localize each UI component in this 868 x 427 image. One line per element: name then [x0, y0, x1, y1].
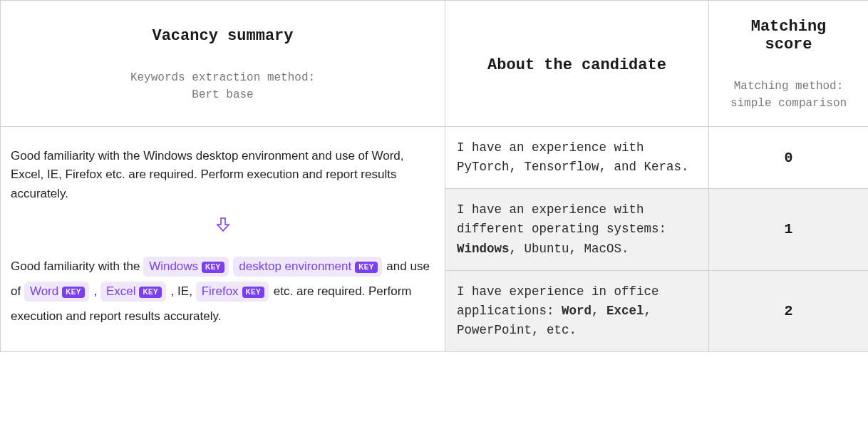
keyword-chip: desktop environmentKEY: [233, 257, 381, 277]
vacancy-cell: Good familiarity with the Windows deskto…: [1, 127, 445, 352]
key-badge: KEY: [355, 262, 377, 273]
key-badge: KEY: [139, 287, 161, 298]
keyword-chip: ExcelKEY: [100, 282, 166, 302]
candidate-cell: I have an experience with different oper…: [445, 189, 709, 270]
header-vacancy-subtitle: Keywords extraction method: Bert base: [12, 69, 433, 103]
candidate-cell: I have an experience with PyTorch, Tenso…: [445, 127, 709, 189]
header-score-subtitle: Matching method: simple comparison: [720, 78, 857, 112]
vacancy-annotated-text: Good familiarity with the WindowsKEY des…: [11, 254, 435, 329]
keyword-chip: WordKEY: [24, 282, 89, 302]
candidate-cell: I have experience in office applications…: [445, 270, 709, 351]
keyword-chip: WindowsKEY: [143, 257, 228, 277]
header-score-title: Matching score: [720, 18, 857, 53]
key-badge: KEY: [242, 287, 264, 298]
score-cell: 1: [709, 189, 869, 270]
header-vacancy-title: Vacancy summary: [12, 27, 433, 45]
score-cell: 2: [709, 270, 869, 351]
key-badge: KEY: [202, 262, 224, 273]
comparison-table: Vacancy summary Keywords extraction meth…: [0, 0, 868, 352]
header-vacancy: Vacancy summary Keywords extraction meth…: [1, 1, 445, 127]
key-badge: KEY: [62, 287, 84, 298]
table-row: Good familiarity with the Windows deskto…: [1, 127, 869, 189]
keyword-chip: FirefoxKEY: [196, 282, 269, 302]
score-cell: 0: [709, 127, 869, 189]
arrow-down-icon: [11, 216, 435, 239]
header-candidate-title: About the candidate: [457, 56, 697, 74]
header-score: Matching score Matching method: simple c…: [709, 1, 869, 127]
header-candidate: About the candidate: [445, 1, 709, 127]
vacancy-plain-text: Good familiarity with the Windows deskto…: [11, 147, 435, 203]
